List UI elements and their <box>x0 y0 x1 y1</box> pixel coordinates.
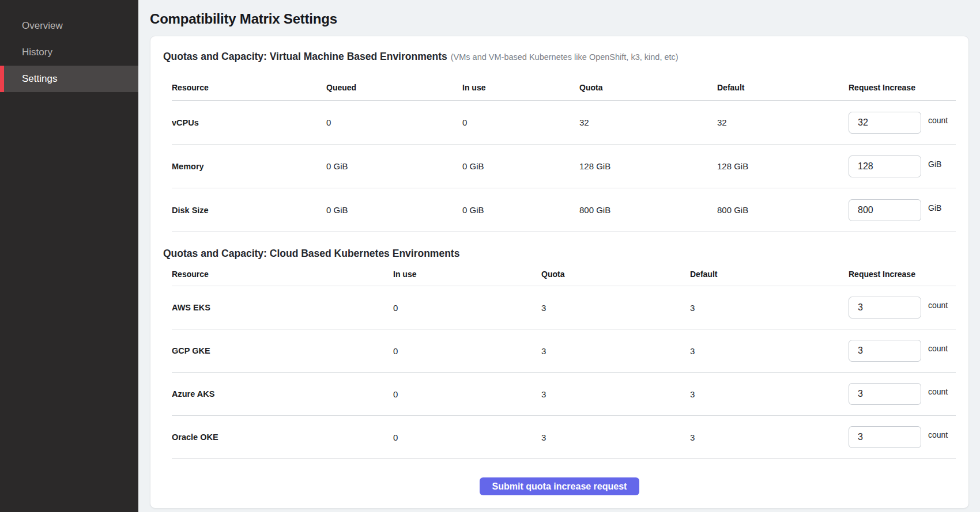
table-row-oracle-oke: Oracle OKE 0 3 3 count <box>172 416 956 459</box>
unit-label: count <box>928 430 948 439</box>
queued-value: 0 GiB <box>326 161 462 171</box>
quota-value: 128 GiB <box>579 161 717 171</box>
in-use-value: 0 <box>462 117 579 127</box>
unit-label: GiB <box>928 160 941 169</box>
vcpus-request-input[interactable] <box>849 112 921 134</box>
resource-label: GCP GKE <box>172 346 393 355</box>
k8s-col-resource: Resource <box>172 270 393 279</box>
default-value: 32 <box>717 117 849 127</box>
unit-label: count <box>928 344 948 353</box>
k8s-quota-table: Resource In use Quota Default Request In… <box>172 260 956 459</box>
request-increase-cell: count <box>849 426 956 448</box>
request-increase-cell: count <box>849 340 956 362</box>
resource-label: AWS EKS <box>172 303 393 312</box>
request-increase-cell: GiB <box>849 199 956 221</box>
in-use-value: 0 GiB <box>462 161 579 171</box>
k8s-col-in-use: In use <box>393 270 541 279</box>
oracle-oke-request-input[interactable] <box>849 426 921 448</box>
k8s-col-quota: Quota <box>541 270 690 279</box>
table-row-disk-size: Disk Size 0 GiB 0 GiB 800 GiB 800 GiB Gi… <box>172 188 956 232</box>
quota-value: 32 <box>579 117 717 127</box>
quota-value: 3 <box>541 433 690 442</box>
quota-value: 3 <box>541 303 690 313</box>
vm-col-resource: Resource <box>172 83 326 92</box>
default-value: 3 <box>690 433 849 442</box>
in-use-value: 0 <box>393 433 541 442</box>
table-row-memory: Memory 0 GiB 0 GiB 128 GiB 128 GiB GiB <box>172 145 956 188</box>
default-value: 800 GiB <box>717 205 849 215</box>
k8s-table-header-row: Resource In use Quota Default Request In… <box>172 260 956 286</box>
vm-col-in-use: In use <box>462 83 579 92</box>
queued-value: 0 GiB <box>326 205 462 215</box>
queued-value: 0 <box>326 117 462 127</box>
resource-label: Azure AKS <box>172 389 393 399</box>
sidebar: Overview History Settings <box>0 0 138 512</box>
vm-col-request-increase: Request Increase <box>849 83 956 92</box>
k8s-col-default: Default <box>690 270 849 279</box>
unit-label: count <box>928 116 948 125</box>
table-row-vcpus: vCPUs 0 0 32 32 count <box>172 101 956 145</box>
resource-label: Disk Size <box>172 206 326 215</box>
quota-value: 3 <box>541 389 690 399</box>
vm-section-subtitle: (VMs and VM-based Kubernetes like OpenSh… <box>451 52 679 62</box>
in-use-value: 0 <box>393 389 541 399</box>
quota-value: 800 GiB <box>579 205 717 215</box>
request-increase-cell: count <box>849 297 956 318</box>
default-value: 3 <box>690 303 849 313</box>
in-use-value: 0 <box>393 346 541 356</box>
disk-size-request-input[interactable] <box>849 199 921 221</box>
page-title: Compatibility Matrix Settings <box>150 10 969 28</box>
quota-value: 3 <box>541 346 690 356</box>
memory-request-input[interactable] <box>849 156 921 177</box>
k8s-col-request-increase: Request Increase <box>849 270 956 279</box>
submit-button-row: Submit quota increase request <box>163 477 956 495</box>
vm-quota-section: Quotas and Capacity: Virtual Machine Bas… <box>163 50 956 232</box>
resource-label: vCPUs <box>172 118 326 127</box>
default-value: 128 GiB <box>717 161 849 171</box>
resource-label: Memory <box>172 162 326 171</box>
unit-label: count <box>928 387 948 396</box>
k8s-section-title: Quotas and Capacity: Cloud Based Kuberne… <box>163 247 956 260</box>
sidebar-nav: Overview History Settings <box>0 0 138 92</box>
vm-section-title: Quotas and Capacity: Virtual Machine Bas… <box>163 50 956 63</box>
submit-quota-increase-button[interactable]: Submit quota increase request <box>480 477 640 495</box>
request-increase-cell: count <box>849 112 956 134</box>
resource-label: Oracle OKE <box>172 433 393 442</box>
gcp-gke-request-input[interactable] <box>849 340 921 362</box>
vm-col-quota: Quota <box>579 83 717 92</box>
vm-col-queued: Queued <box>326 83 462 92</box>
vm-table-header-row: Resource Queued In use Quota Default Req… <box>172 71 956 101</box>
unit-label: GiB <box>928 203 941 213</box>
table-row-gcp-gke: GCP GKE 0 3 3 count <box>172 329 956 373</box>
table-row-aws-eks: AWS EKS 0 3 3 count <box>172 286 956 329</box>
vm-quota-table: Resource Queued In use Quota Default Req… <box>172 71 956 232</box>
default-value: 3 <box>690 389 849 399</box>
vm-section-title-text: Quotas and Capacity: Virtual Machine Bas… <box>163 51 447 62</box>
sidebar-item-overview[interactable]: Overview <box>0 13 138 39</box>
vm-col-default: Default <box>717 83 849 92</box>
k8s-quota-section: Quotas and Capacity: Cloud Based Kuberne… <box>163 247 956 459</box>
in-use-value: 0 GiB <box>462 205 579 215</box>
azure-aks-request-input[interactable] <box>849 383 921 405</box>
sidebar-item-settings[interactable]: Settings <box>0 66 138 92</box>
request-increase-cell: count <box>849 383 956 405</box>
default-value: 3 <box>690 346 849 356</box>
sidebar-item-history[interactable]: History <box>0 39 138 66</box>
request-increase-cell: GiB <box>849 156 956 177</box>
quota-settings-card: Quotas and Capacity: Virtual Machine Bas… <box>150 36 969 509</box>
table-row-azure-aks: Azure AKS 0 3 3 count <box>172 373 956 416</box>
unit-label: count <box>928 301 948 310</box>
main-content: Compatibility Matrix Settings Quotas and… <box>138 0 980 509</box>
in-use-value: 0 <box>393 303 541 313</box>
aws-eks-request-input[interactable] <box>849 297 921 318</box>
